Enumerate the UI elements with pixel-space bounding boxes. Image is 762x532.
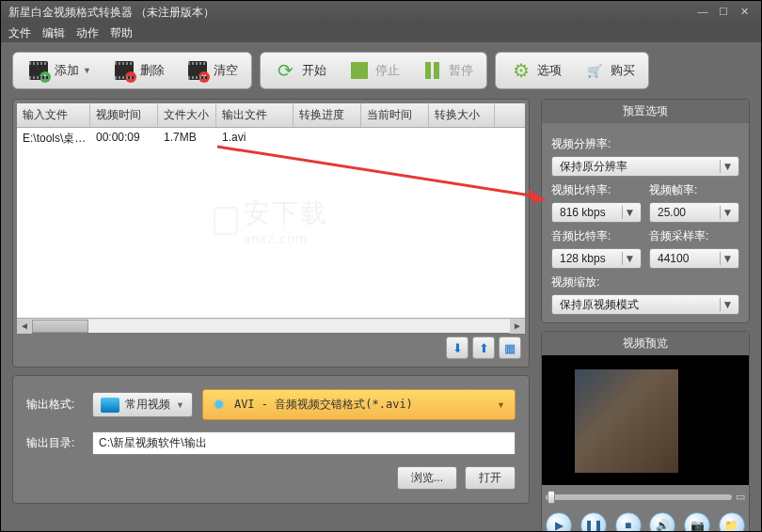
preset-header: 预置选项 — [542, 100, 749, 123]
output-settings-panel: 输出格式: 常用视频 ▼ ✹ AVI - 音频视频交错格式(*.avi) ▼ 输… — [12, 375, 530, 504]
player-controls: ▶ ❚❚ ■ 🔊 📷 📁 — [542, 509, 749, 532]
chevron-down-icon: ▼ — [720, 298, 735, 311]
time-icon: ▭ — [736, 491, 745, 503]
move-down-button[interactable]: ⬇ — [446, 336, 468, 359]
chevron-down-icon: ▼ — [622, 206, 637, 219]
main-toolbar: +添加▼ −删除 ×清空 ⟳开始 停止 暂停 ⚙选项 🛒购买 — [1, 42, 761, 99]
app-title: 新星白金视频格式转换器 （未注册版本） — [8, 5, 214, 21]
col-input-file[interactable]: 输入文件 — [17, 103, 90, 127]
scroll-thumb[interactable] — [32, 320, 88, 333]
preview-frame — [575, 369, 678, 473]
chevron-down-icon: ▼ — [622, 252, 637, 265]
seek-slider[interactable] — [546, 494, 732, 500]
col-convert-size[interactable]: 转换大小 — [429, 103, 495, 127]
scale-label: 视频缩放: — [551, 274, 739, 290]
file-grid[interactable]: 输入文件 视频时间 文件大小 输出文件 转换进度 当前时间 转换大小 E:\to… — [17, 103, 525, 318]
snapshot-button[interactable]: 📷 — [684, 512, 710, 532]
resolution-label: 视频分辨率: — [551, 136, 739, 152]
refresh-icon: ⟳ — [274, 60, 298, 81]
format-button[interactable]: ✹ AVI - 音频视频交错格式(*.avi) ▼ — [202, 389, 516, 420]
category-button[interactable]: 常用视频 ▼ — [92, 392, 193, 417]
add-button[interactable]: +添加▼ — [17, 56, 101, 85]
clear-button[interactable]: ×清空 — [176, 56, 247, 85]
stop-icon — [351, 62, 368, 79]
menu-action[interactable]: 动作 — [76, 25, 99, 41]
browse-button[interactable]: 浏览... — [397, 466, 457, 490]
output-dir-input[interactable]: C:\新星视频软件\输出 — [92, 431, 516, 455]
options-button[interactable]: ⚙选项 — [500, 56, 571, 85]
folder-button[interactable]: ▦ — [499, 336, 521, 359]
preview-header: 视频预览 — [542, 332, 749, 355]
pause-play-button[interactable]: ❚❚ — [580, 512, 607, 532]
col-video-time[interactable]: 视频时间 — [90, 103, 158, 127]
menu-bar: 文件 编辑 动作 帮助 — [1, 23, 761, 42]
video-fps-label: 视频帧率: — [649, 182, 739, 198]
col-progress[interactable]: 转换进度 — [294, 103, 361, 127]
scroll-right-button[interactable]: ► — [510, 319, 525, 334]
pause-icon — [425, 62, 439, 79]
chevron-down-icon: ▼ — [720, 252, 735, 265]
move-up-button[interactable]: ⬆ — [472, 336, 495, 359]
pause-button[interactable]: 暂停 — [411, 56, 483, 85]
stop-play-button[interactable]: ■ — [615, 512, 642, 532]
col-file-size[interactable]: 文件大小 — [158, 103, 216, 127]
volume-button[interactable]: 🔊 — [649, 512, 675, 532]
video-bitrate-label: 视频比特率: — [551, 182, 642, 198]
horizontal-scrollbar[interactable]: ◄ ► — [17, 318, 525, 333]
scroll-left-button[interactable]: ◄ — [17, 319, 32, 334]
gear-icon: ⚙ — [509, 60, 533, 81]
resolution-combo[interactable]: 保持原分辨率▼ — [551, 156, 739, 177]
close-button[interactable]: ✕ — [735, 6, 754, 19]
open-button[interactable]: 打开 — [465, 466, 516, 490]
chevron-down-icon: ▼ — [720, 206, 735, 219]
menu-edit[interactable]: 编辑 — [42, 25, 65, 41]
start-button[interactable]: ⟳开始 — [264, 56, 336, 85]
audio-rate-label: 音频采样率: — [649, 228, 739, 244]
cart-icon: 🛒 — [582, 60, 607, 81]
file-list-panel: 输入文件 视频时间 文件大小 输出文件 转换进度 当前时间 转换大小 E:\to… — [12, 99, 530, 368]
format-icon: ✹ — [213, 396, 225, 414]
buy-button[interactable]: 🛒购买 — [573, 56, 644, 85]
watermark: 安下载 anxz.com — [214, 196, 328, 246]
slider-thumb[interactable] — [548, 491, 555, 504]
video-fps-combo[interactable]: 25.00▼ — [649, 202, 739, 223]
format-label: 输出格式: — [26, 397, 83, 413]
preview-panel: 视频预览 ▭ ▶ ❚❚ ■ 🔊 📷 📁 — [541, 331, 750, 532]
chevron-down-icon: ▼ — [720, 160, 735, 173]
menu-file[interactable]: 文件 — [8, 25, 31, 41]
video-bitrate-combo[interactable]: 816 kbps▼ — [551, 202, 642, 223]
monitor-icon — [101, 398, 119, 413]
title-bar: 新星白金视频格式转换器 （未注册版本） — ☐ ✕ — [1, 1, 761, 23]
open-folder-button[interactable]: 📁 — [719, 512, 745, 532]
play-button[interactable]: ▶ — [546, 512, 572, 532]
grid-header: 输入文件 视频时间 文件大小 输出文件 转换进度 当前时间 转换大小 — [17, 103, 525, 128]
audio-rate-combo[interactable]: 44100▼ — [649, 248, 739, 269]
scale-combo[interactable]: 保持原视频模式▼ — [551, 294, 739, 315]
col-current-time[interactable]: 当前时间 — [361, 103, 429, 127]
dir-label: 输出目录: — [26, 435, 83, 451]
maximize-button[interactable]: ☐ — [714, 6, 733, 19]
minimize-button[interactable]: — — [693, 6, 712, 19]
stop-button[interactable]: 停止 — [338, 56, 409, 85]
audio-bitrate-label: 音频比特率: — [551, 228, 642, 244]
preset-panel: 预置选项 视频分辨率: 保持原分辨率▼ 视频比特率: 816 kbps▼ 视频帧… — [541, 99, 750, 323]
delete-button[interactable]: −删除 — [103, 56, 174, 85]
menu-help[interactable]: 帮助 — [110, 25, 133, 41]
table-row[interactable]: E:\tools\桌… 00:00:09 1.7MB 1.avi — [17, 128, 525, 149]
col-output-file[interactable]: 输出文件 — [216, 103, 294, 127]
audio-bitrate-combo[interactable]: 128 kbps▼ — [551, 248, 642, 269]
video-preview — [542, 355, 749, 485]
